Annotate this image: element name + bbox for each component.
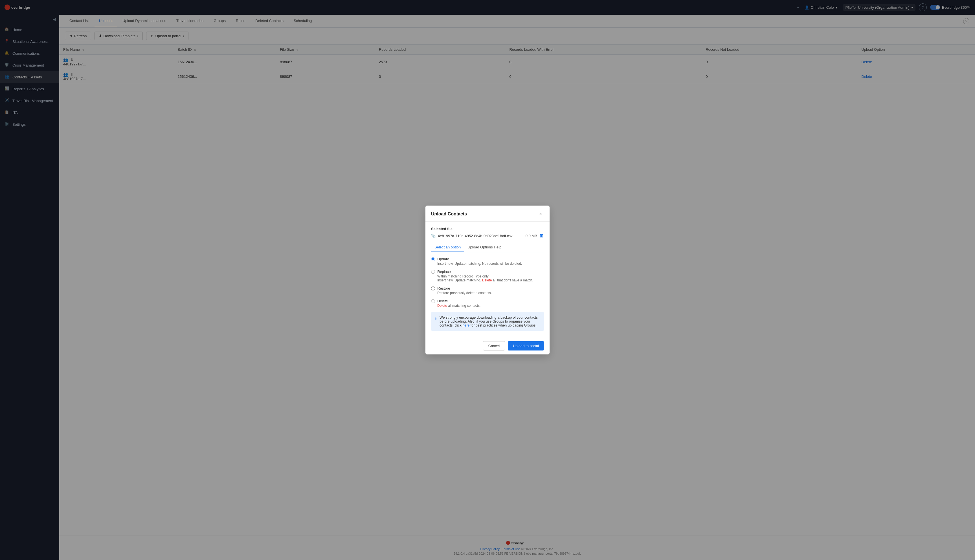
file-name: 4e81997a-719a-4952-8e4b-0d928be1fbdf.csv: [438, 234, 521, 238]
modal-close-button[interactable]: ×: [537, 211, 544, 217]
radio-label-replace[interactable]: Replace: [431, 270, 544, 274]
radio-group: Update Insert new. Update matching. No r…: [431, 257, 544, 308]
radio-label-update[interactable]: Update: [431, 257, 544, 261]
selected-file-label: Selected file:: [431, 227, 544, 231]
modal-overlay[interactable]: Upload Contacts × Selected file: 📎 4e819…: [0, 0, 975, 560]
modal-header: Upload Contacts ×: [426, 205, 549, 222]
modal-body: Selected file: 📎 4e81997a-719a-4952-8e4b…: [426, 222, 549, 337]
option-tabs: Select an option Upload Options Help: [431, 243, 544, 252]
radio-label-delete[interactable]: Delete: [431, 299, 544, 303]
info-text: We strongly encourage downloading a back…: [439, 315, 540, 327]
radio-desc-restore: Restore previously deleted contacts.: [437, 291, 544, 295]
radio-replace[interactable]: [431, 270, 435, 274]
modal-footer: Cancel Upload to portal: [426, 337, 549, 355]
radio-item-replace: Replace Within matching Record Type only…: [431, 270, 544, 282]
radio-delete[interactable]: [431, 299, 435, 303]
file-size: 0.9 MB: [526, 234, 537, 238]
radio-item-restore: Restore Restore previously deleted conta…: [431, 286, 544, 295]
paperclip-icon: 📎: [431, 234, 436, 238]
radio-desc-replace: Within matching Record Type only: Insert…: [437, 274, 544, 282]
option-tab-select[interactable]: Select an option: [431, 243, 464, 252]
radio-item-delete: Delete Delete all matching contacts.: [431, 299, 544, 308]
radio-desc-update: Insert new. Update matching. No records …: [437, 262, 544, 266]
radio-item-update: Update Insert new. Update matching. No r…: [431, 257, 544, 266]
cancel-button[interactable]: Cancel: [483, 341, 505, 350]
radio-desc-delete: Delete all matching contacts.: [437, 304, 544, 308]
info-box: ℹ We strongly encourage downloading a ba…: [431, 312, 544, 331]
radio-update[interactable]: [431, 257, 435, 261]
info-link[interactable]: here: [462, 323, 469, 327]
radio-restore[interactable]: [431, 287, 435, 290]
upload-contacts-modal: Upload Contacts × Selected file: 📎 4e819…: [426, 205, 549, 355]
delete-file-icon[interactable]: 🗑: [539, 233, 544, 238]
modal-title: Upload Contacts: [431, 212, 467, 217]
upload-to-portal-button[interactable]: Upload to portal: [508, 341, 544, 350]
info-icon: ℹ: [435, 316, 437, 321]
file-info: 📎 4e81997a-719a-4952-8e4b-0d928be1fbdf.c…: [431, 233, 544, 238]
radio-label-restore[interactable]: Restore: [431, 286, 544, 290]
option-tab-help[interactable]: Upload Options Help: [464, 243, 505, 252]
